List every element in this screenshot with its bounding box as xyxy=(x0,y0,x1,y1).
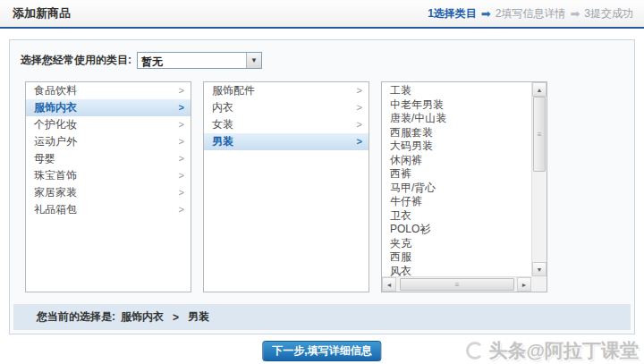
page-header: 添加新商品 1选择类目 ➡ 2填写信息详情 ➡ 3提交成功 xyxy=(0,0,644,29)
category-item[interactable]: 服饰内衣> xyxy=(26,99,191,116)
category-item-label: 马甲/背心 xyxy=(390,182,436,196)
category-item[interactable]: 女装> xyxy=(204,116,369,133)
category-item-label: 唐装/中山装 xyxy=(390,112,446,126)
wizard-steps: 1选择类目 ➡ 2填写信息详情 ➡ 3提交成功 xyxy=(428,6,633,21)
chevron-right-icon: > xyxy=(357,99,362,116)
favorite-category-select[interactable]: 暂无 ▼ xyxy=(137,52,262,69)
category-item-label: 大码男装 xyxy=(390,140,433,154)
chevron-right-icon: > xyxy=(357,116,362,133)
category-item[interactable]: 中老年男装 xyxy=(382,98,531,113)
watermark: 头条@阿拉丁课堂 xyxy=(466,337,639,364)
horizontal-scroll-thumb[interactable]: ≡ xyxy=(400,278,514,291)
category-item-label: 珠宝首饰 xyxy=(34,167,77,184)
category-list-level1: 食品饮料>服饰内衣>个护化妆>运动户外>母婴>珠宝首饰>家居家装>礼品箱包> xyxy=(25,81,191,292)
category-item[interactable]: 西裤 xyxy=(382,167,531,182)
category-item[interactable]: 家居家装> xyxy=(26,184,191,201)
category-item-label: POLO衫 xyxy=(390,223,430,237)
category-item-label: 礼品箱包 xyxy=(34,201,77,218)
chevron-right-icon: > xyxy=(179,82,184,99)
category-columns: 食品饮料>服饰内衣>个护化妆>运动户外>母婴>珠宝首饰>家居家装>礼品箱包> 服… xyxy=(25,81,547,292)
watermark-text: 头条@阿拉丁课堂 xyxy=(489,338,639,363)
step-arrow-icon: ➡ xyxy=(570,7,580,21)
step-arrow-icon: ➡ xyxy=(481,7,491,21)
category-item-label: 工装 xyxy=(390,84,411,98)
category-item-label: 女装 xyxy=(212,116,233,133)
dropdown-arrow-icon[interactable]: ▼ xyxy=(246,53,261,68)
category-item-label: 风衣 xyxy=(390,265,411,277)
page-title: 添加新商品 xyxy=(13,5,71,21)
current-selection-prefix: 您当前的选择是: xyxy=(37,309,115,325)
horizontal-scrollbar[interactable]: ◄ ≡ ► xyxy=(382,276,531,292)
breadcrumb-separator: > xyxy=(173,311,179,324)
category-item[interactable]: 夹克 xyxy=(382,237,531,251)
chevron-right-icon: > xyxy=(179,150,184,167)
category-item-label: 西裤 xyxy=(390,167,411,182)
favorite-category-label: 选择您经常使用的类目: xyxy=(21,53,131,68)
current-selection-bar: 您当前的选择是: 服饰内衣 > 男装 xyxy=(13,304,631,330)
category-item-label: 夹克 xyxy=(390,237,411,251)
chevron-right-icon: > xyxy=(179,201,184,218)
chevron-right-icon: > xyxy=(179,116,184,133)
category-item[interactable]: POLO衫 xyxy=(382,223,531,237)
category-item[interactable]: 男装> xyxy=(204,133,369,150)
chevron-right-icon: > xyxy=(179,99,184,116)
next-step-button[interactable]: 下一步,填写详细信息 xyxy=(262,341,381,361)
category-item-label: 男装 xyxy=(212,133,233,150)
category-item-label: 个护化妆 xyxy=(34,116,77,133)
step-select-category: 1选择类目 xyxy=(428,6,477,21)
scroll-right-icon[interactable]: ► xyxy=(517,277,531,292)
category-list-level2: 服饰配件>内衣>女装>男装> xyxy=(203,81,369,292)
horizontal-scroll-track[interactable]: ≡ xyxy=(396,277,517,292)
category-item[interactable]: 礼品箱包> xyxy=(26,201,191,218)
category-item-label: 家居家装 xyxy=(34,184,77,201)
category-item-label: 卫衣 xyxy=(390,209,411,224)
category-item[interactable]: 珠宝首饰> xyxy=(26,167,191,184)
chevron-right-icon: > xyxy=(179,167,184,184)
watermark-logo-icon xyxy=(466,342,484,360)
category-panel: 选择您经常使用的类目: 暂无 ▼ 食品饮料>服饰内衣>个护化妆>运动户外>母婴>… xyxy=(9,39,635,334)
category-item-label: 牛仔裤 xyxy=(390,195,422,209)
vertical-scrollbar[interactable]: ▲ ≡ ▼ xyxy=(531,82,547,276)
category-item[interactable]: 唐装/中山装 xyxy=(382,112,531,126)
category-item-label: 休闲裤 xyxy=(390,154,422,168)
category-item[interactable]: 大码男装 xyxy=(382,140,531,154)
favorite-category-row: 选择您经常使用的类目: 暂无 ▼ xyxy=(10,40,634,71)
category-item-label: 内衣 xyxy=(212,99,233,116)
category-item-label: 西服套装 xyxy=(390,126,433,140)
chevron-right-icon: > xyxy=(357,133,362,150)
chevron-right-icon: > xyxy=(179,184,184,201)
scroll-up-icon[interactable]: ▲ xyxy=(532,82,547,97)
chevron-right-icon: > xyxy=(179,133,184,150)
category-item[interactable]: 母婴> xyxy=(26,150,191,167)
category-item[interactable]: 马甲/背心 xyxy=(382,182,531,196)
scroll-down-icon[interactable]: ▼ xyxy=(532,262,547,276)
category-item[interactable]: 运动户外> xyxy=(26,133,191,150)
category-item[interactable]: 牛仔裤 xyxy=(382,195,531,209)
vertical-scroll-track[interactable]: ≡ xyxy=(532,97,547,262)
current-selection-level2: 男装 xyxy=(188,309,209,325)
vertical-scroll-thumb[interactable]: ≡ xyxy=(533,97,546,172)
current-selection-level1: 服饰内衣 xyxy=(121,309,164,325)
category-item[interactable]: 食品饮料> xyxy=(26,82,191,99)
category-item-label: 西服 xyxy=(390,250,411,265)
category-item[interactable]: 休闲裤 xyxy=(382,154,531,168)
step-fill-details: 2填写信息详情 xyxy=(496,6,566,21)
category-item[interactable]: 内衣> xyxy=(204,99,369,116)
category-item[interactable]: 西服 xyxy=(382,250,531,265)
category-item[interactable]: 风衣 xyxy=(382,265,531,277)
category-item-label: 运动户外 xyxy=(34,133,77,150)
scroll-left-icon[interactable]: ◄ xyxy=(382,277,396,292)
category-item[interactable]: 个护化妆> xyxy=(26,116,191,133)
category-item-label: 食品饮料 xyxy=(34,82,77,99)
category-item-label: 服饰配件 xyxy=(212,82,255,99)
category-item[interactable]: 服饰配件> xyxy=(204,82,369,99)
category-item[interactable]: 西服套装 xyxy=(382,126,531,140)
category-item[interactable]: 卫衣 xyxy=(382,209,531,224)
category-item[interactable]: 工装 xyxy=(382,84,531,98)
category-list-level3: 工装中老年男装唐装/中山装西服套装大码男装休闲裤西裤马甲/背心牛仔裤卫衣POLO… xyxy=(381,81,547,292)
category-item-label: 服饰内衣 xyxy=(34,99,77,116)
favorite-category-value: 暂无 xyxy=(138,53,246,68)
chevron-right-icon: > xyxy=(357,82,362,99)
category-item-label: 中老年男装 xyxy=(390,98,444,113)
step-submit-success: 3提交成功 xyxy=(584,6,633,21)
